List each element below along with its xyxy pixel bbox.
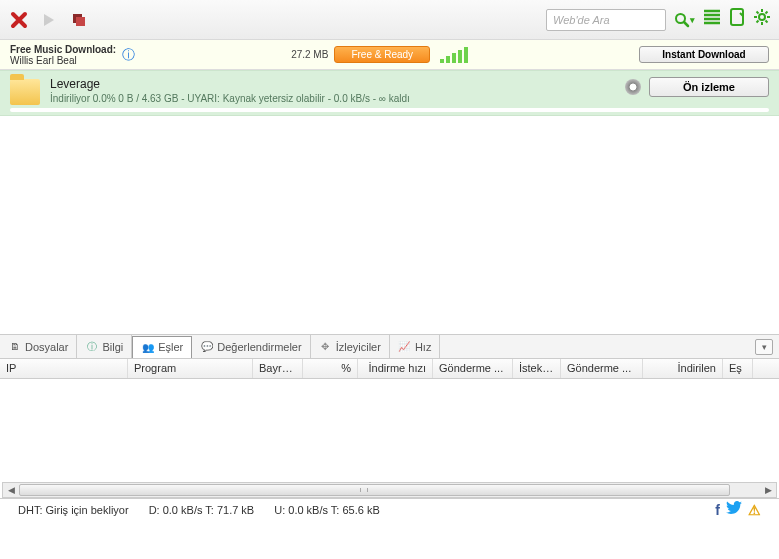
files-icon: 🗎 [8,340,21,353]
collapse-panel-button[interactable]: ▾ [755,339,773,355]
facebook-icon[interactable]: f [715,502,720,518]
scroll-right-button[interactable]: ▶ [760,485,776,495]
download-item[interactable]: Leverage İndiriliyor 0.0% 0 B / 4.63 GB … [0,70,779,116]
folder-icon [10,79,40,105]
gear-icon[interactable] [753,8,771,31]
signal-icon [440,47,468,63]
col-requests[interactable]: İstekler [513,359,561,378]
col-sent[interactable]: Gönderme ... [561,359,643,378]
tab-info-label: Bilgi [102,341,123,353]
tab-files[interactable]: 🗎Dosyalar [0,335,77,358]
cancel-button[interactable] [8,9,30,31]
col-downloaded[interactable]: İndirilen [643,359,723,378]
scroll-left-button[interactable]: ◀ [3,485,19,495]
disc-icon[interactable] [625,79,641,95]
status-down: D: 0.0 kB/s T: 71.7 kB [139,504,265,516]
status-bar: DHT: Giriş için bekliyor D: 0.0 kB/s T: … [0,498,779,520]
svg-line-13 [766,12,768,14]
ratings-icon: 💬 [200,340,213,353]
col-ulspeed[interactable]: Gönderme ... [433,359,513,378]
peers-icon: 👥 [141,341,154,354]
info-icon[interactable]: ⓘ [122,46,135,64]
tab-peers[interactable]: 👥Eşler [132,336,192,359]
col-percent[interactable]: % [303,359,358,378]
free-ready-button[interactable]: Free & Ready [334,46,430,63]
tab-speed[interactable]: 📈Hız [390,335,441,358]
trackers-icon: ✥ [319,340,332,353]
main-toolbar: Web'de Ara ▾ [0,0,779,40]
download-status: İndiriliyor 0.0% 0 B / 4.63 GB - UYARI: … [50,93,410,104]
svg-line-11 [766,21,768,23]
music-label: Free Music Download: Willis Earl Beal [10,44,116,66]
svg-point-5 [759,14,765,20]
info-tab-icon: ⓘ [85,340,98,353]
tab-files-label: Dosyalar [25,341,68,353]
status-dht: DHT: Giriş için bekliyor [8,504,139,516]
details-tabs: 🗎Dosyalar ⓘBilgi 👥Eşler 💬Değerlendirmele… [0,334,779,358]
search-icon[interactable]: ▾ [674,12,695,28]
col-flag[interactable]: Bayra... [253,359,303,378]
svg-line-3 [684,22,688,26]
search-placeholder: Web'de Ara [553,14,610,26]
warning-icon[interactable]: ⚠ [748,502,761,518]
music-size: 27.2 MB [291,49,328,60]
tab-trackers[interactable]: ✥İzleyiciler [311,335,390,358]
svg-line-12 [757,21,759,23]
progress-bar [10,108,769,112]
stop-button[interactable] [68,9,90,31]
instant-download-button[interactable]: Instant Download [639,46,769,63]
note-icon[interactable] [729,8,745,31]
music-artist: Willis Earl Beal [10,55,77,66]
peers-table: IP Program Bayra... % İndirme hızı Gönde… [0,358,779,498]
col-ip[interactable]: IP [0,359,128,378]
search-input[interactable]: Web'de Ara [546,9,666,31]
music-header: Free Music Download: [10,44,116,55]
twitter-icon[interactable] [726,501,742,518]
svg-rect-1 [76,17,85,26]
speed-icon: 📈 [398,340,411,353]
col-dlspeed[interactable]: İndirme hızı [358,359,433,378]
svg-rect-4 [731,9,743,25]
tab-ratings-label: Değerlendirmeler [217,341,301,353]
free-music-bar: Free Music Download: Willis Earl Beal ⓘ … [0,40,779,70]
list-icon[interactable] [703,9,721,30]
preview-button[interactable]: Ön izleme [649,77,769,97]
horizontal-scrollbar[interactable]: ◀ ▶ [2,482,777,498]
download-list-area [0,116,779,334]
download-name: Leverage [50,77,410,91]
play-button[interactable] [38,9,60,31]
col-program[interactable]: Program [128,359,253,378]
tab-peers-label: Eşler [158,341,183,353]
tab-speed-label: Hız [415,341,432,353]
tab-trackers-label: İzleyiciler [336,341,381,353]
status-up: U: 0.0 kB/s T: 65.6 kB [264,504,390,516]
tab-ratings[interactable]: 💬Değerlendirmeler [192,335,310,358]
tab-info[interactable]: ⓘBilgi [77,335,132,358]
peers-header-row: IP Program Bayra... % İndirme hızı Gönde… [0,359,779,379]
col-peer[interactable]: Eş [723,359,753,378]
svg-line-10 [757,12,759,14]
